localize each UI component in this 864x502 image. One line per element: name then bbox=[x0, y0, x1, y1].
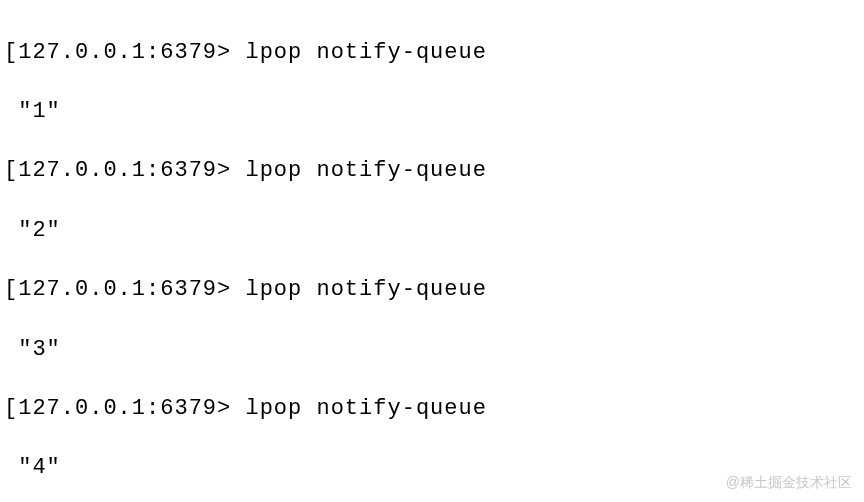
result-line: "1" bbox=[4, 97, 860, 127]
command-line: [127.0.0.1:6379> lpop notify-queue bbox=[4, 38, 860, 68]
command-text: lpop notify-queue bbox=[245, 396, 486, 421]
prompt: 127.0.0.1:6379> bbox=[18, 158, 231, 183]
command-line: [127.0.0.1:6379> lpop notify-queue bbox=[4, 156, 860, 186]
result-value: "2" bbox=[18, 218, 61, 243]
command-text: lpop notify-queue bbox=[245, 277, 486, 302]
result-line: "2" bbox=[4, 216, 860, 246]
result-value: "3" bbox=[18, 337, 61, 362]
watermark-text: @稀土掘金技术社区 bbox=[726, 473, 852, 492]
command-line: [127.0.0.1:6379> lpop notify-queue bbox=[4, 275, 860, 305]
prompt: 127.0.0.1:6379> bbox=[18, 277, 231, 302]
command-text: lpop notify-queue bbox=[245, 40, 486, 65]
result-value: "1" bbox=[18, 99, 61, 124]
command-text: lpop notify-queue bbox=[245, 158, 486, 183]
prompt: 127.0.0.1:6379> bbox=[18, 396, 231, 421]
command-line: [127.0.0.1:6379> lpop notify-queue bbox=[4, 394, 860, 424]
terminal-output: [127.0.0.1:6379> lpop notify-queue "1" [… bbox=[4, 8, 860, 502]
result-line: "3" bbox=[4, 335, 860, 365]
result-value: "4" bbox=[18, 455, 61, 480]
prompt: 127.0.0.1:6379> bbox=[18, 40, 231, 65]
